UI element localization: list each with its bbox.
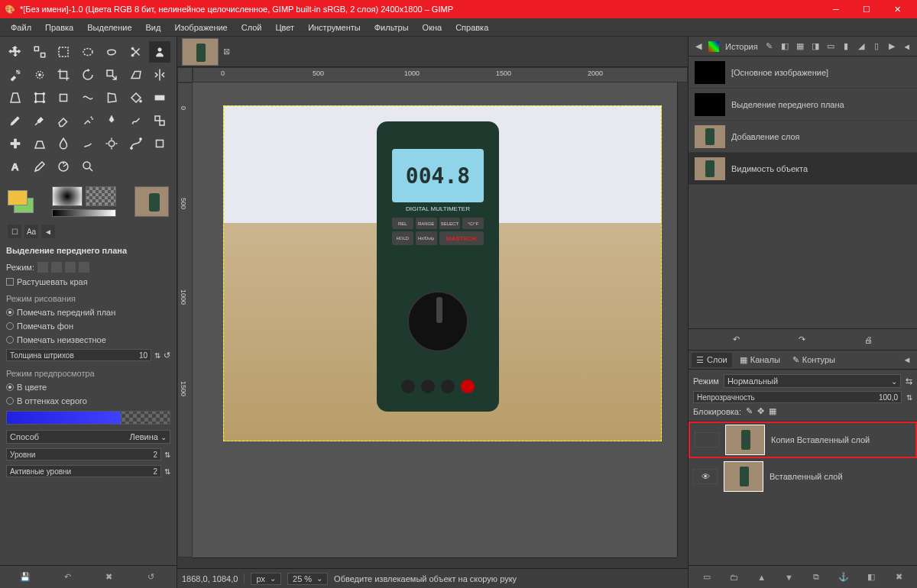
lower-layer-button[interactable]: ▼ xyxy=(782,570,797,585)
doc-tab-icon[interactable]: ▮ xyxy=(839,40,853,53)
levels-field[interactable]: Уровни2 xyxy=(6,448,161,460)
menu-edit[interactable]: Правка xyxy=(39,21,79,34)
maximize-button[interactable]: ☐ xyxy=(851,0,882,18)
stroke-width-field[interactable]: Толщина штрихов10 xyxy=(6,349,151,361)
menu-view[interactable]: Вид xyxy=(140,21,167,34)
foreground-select-tool[interactable] xyxy=(149,41,170,63)
perspective-clone-tool[interactable] xyxy=(29,133,50,154)
preview-gray-radio[interactable] xyxy=(6,397,14,405)
layer-visibility-toggle[interactable]: 👁 xyxy=(693,469,718,484)
measure-tool[interactable] xyxy=(53,156,74,177)
mode-add-icon[interactable] xyxy=(51,262,62,273)
bucket-fill-tool[interactable] xyxy=(125,87,147,108)
history-item[interactable]: [Основное изображение] xyxy=(689,57,917,89)
raise-layer-button[interactable]: ▲ xyxy=(754,570,770,585)
active-levels-field[interactable]: Активные уровни2 xyxy=(6,465,161,477)
menu-layer[interactable]: Слой xyxy=(235,21,268,34)
tab-menu[interactable]: ◄ xyxy=(41,225,55,238)
menu-help[interactable]: Справка xyxy=(449,21,494,34)
menu-tools[interactable]: Инструменты xyxy=(302,21,367,34)
tool-opts-delete[interactable]: ✖ xyxy=(102,570,117,585)
history-item[interactable]: Добавление слоя xyxy=(689,121,917,153)
flip-tool[interactable] xyxy=(149,64,170,86)
font-tab-icon[interactable]: ▭ xyxy=(824,40,838,53)
fg-color[interactable] xyxy=(8,190,28,205)
color-picker-tool[interactable] xyxy=(29,156,50,177)
hist-tab-icon[interactable]: ◢ xyxy=(854,40,868,53)
cage-tool[interactable] xyxy=(101,87,122,108)
layer-item[interactable]: Копия Вставленный слой xyxy=(689,422,917,458)
delete-layer-button[interactable]: ✖ xyxy=(891,570,906,585)
ruler-horizontal[interactable]: 0 500 1000 1500 2000 xyxy=(193,67,688,82)
mode-replace-icon[interactable] xyxy=(37,262,48,273)
arrow-right-icon[interactable]: ▶ xyxy=(885,40,899,53)
rect-select-tool[interactable] xyxy=(53,41,74,63)
blend-mode-dropdown[interactable]: Нормальный⌄ xyxy=(724,374,901,388)
gradient-preview[interactable] xyxy=(52,209,116,217)
duplicate-layer-button[interactable]: ⧉ xyxy=(808,570,824,585)
lock-alpha-icon[interactable]: ▦ xyxy=(769,406,776,416)
tool-opts-reset[interactable]: ↺ xyxy=(144,570,159,585)
stroke-spinner[interactable]: ⇅ xyxy=(154,351,160,360)
image-tab-0[interactable] xyxy=(182,38,219,66)
mode-intersect-icon[interactable] xyxy=(79,262,89,273)
scrollbar-vertical[interactable] xyxy=(677,82,688,557)
minimize-button[interactable]: ─ xyxy=(821,0,851,18)
layer-visibility-toggle[interactable] xyxy=(695,432,719,447)
blend-tool[interactable] xyxy=(149,87,170,108)
navigation-icon[interactable] xyxy=(677,557,688,568)
menu-filters[interactable]: Фильтры xyxy=(368,21,415,34)
shear-tool[interactable] xyxy=(125,64,147,86)
layers-tab-menu[interactable]: ◄ xyxy=(900,353,914,367)
nav-tab-icon[interactable]: ▯ xyxy=(870,40,883,53)
warp-tool[interactable] xyxy=(77,87,99,108)
heal-tool[interactable] xyxy=(5,133,26,154)
airbrush-tool[interactable] xyxy=(77,110,99,131)
unit-selector[interactable]: px⌄ xyxy=(251,573,281,585)
scrollbar-horizontal[interactable] xyxy=(193,557,677,568)
canvas-viewport[interactable]: 004.8 DIGITAL MULTIMETER RELRANGESELECT°… xyxy=(193,82,677,557)
text-tool[interactable]: A xyxy=(5,156,26,177)
history-item[interactable]: Выделение переднего плана xyxy=(689,89,917,121)
sel-tab-icon[interactable]: ◧ xyxy=(778,40,792,53)
menu-color[interactable]: Цвет xyxy=(269,21,300,34)
method-dropdown[interactable]: СпособЛевина ⌄ xyxy=(6,430,170,444)
eraser-tool[interactable] xyxy=(53,110,74,131)
layer-item[interactable]: 👁 Вставленный слой xyxy=(689,458,917,495)
tab-layers[interactable]: ☰Слои xyxy=(692,353,732,367)
clone-tool[interactable] xyxy=(149,110,170,131)
mode-switch[interactable]: ⇆ xyxy=(906,376,912,386)
redo-button[interactable]: ↷ xyxy=(799,334,805,344)
stroke-reset[interactable]: ↺ xyxy=(164,351,170,360)
opacity-spinner[interactable]: ⇅ xyxy=(906,393,912,402)
tab-channels[interactable]: ▦Каналы xyxy=(735,353,785,367)
menu-image[interactable]: Изображение xyxy=(168,21,233,34)
preview-color-radio[interactable] xyxy=(6,383,14,391)
clear-history-button[interactable]: 🖨 xyxy=(864,335,873,344)
menu-select[interactable]: Выделение xyxy=(81,21,138,34)
move-tool[interactable] xyxy=(5,41,26,63)
perspective-tool[interactable] xyxy=(5,87,26,108)
lock-pixels-icon[interactable]: ✎ xyxy=(746,406,753,416)
active-levels-spinner[interactable]: ⇅ xyxy=(164,467,170,476)
mypaint-tool[interactable] xyxy=(125,110,147,131)
canvas-image[interactable]: 004.8 DIGITAL MULTIMETER RELRANGESELECT°… xyxy=(223,105,662,441)
tool-opts-restore[interactable]: ↶ xyxy=(60,570,75,585)
path-tool[interactable] xyxy=(125,133,147,154)
tab-paths[interactable]: ✎Контуры xyxy=(788,353,840,367)
handle-transform-tool[interactable] xyxy=(53,87,74,108)
scissors-tool[interactable] xyxy=(125,41,147,63)
paintbrush-tool[interactable] xyxy=(29,110,50,131)
active-image-thumb[interactable] xyxy=(134,186,169,217)
zoom-selector[interactable]: 25 %⌄ xyxy=(287,573,328,585)
arrow-left-icon[interactable]: ◀ xyxy=(692,40,705,53)
ellipse-select-tool[interactable] xyxy=(77,41,99,63)
history-tab[interactable]: История xyxy=(722,42,761,51)
by-color-select-tool[interactable] xyxy=(29,64,50,86)
mask-button[interactable]: ◧ xyxy=(864,570,879,585)
dock-menu-icon[interactable]: ◄ xyxy=(900,40,914,53)
tool-opts-save[interactable]: 💾 xyxy=(18,570,33,585)
crop-tool[interactable] xyxy=(53,64,74,86)
dodge-tool[interactable] xyxy=(101,133,122,154)
grad-tab-icon[interactable]: ◨ xyxy=(808,40,822,53)
